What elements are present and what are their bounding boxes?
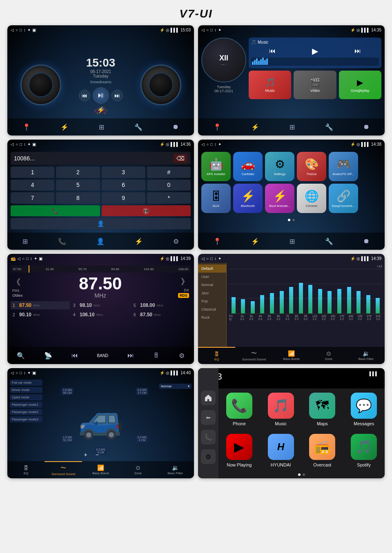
s8-home-icon[interactable] [201, 391, 216, 405]
app-music[interactable]: 🎵 Music [249, 71, 291, 99]
mode-passenger1[interactable]: Passenger mode1 [10, 402, 42, 408]
app-carmate[interactable]: 🚗 CarMate [233, 152, 263, 181]
app-easyconn[interactable]: 🔗 EasyConnecti... [329, 184, 358, 213]
eq-tab-surround[interactable]: 〜 Surround Sound [235, 347, 272, 364]
key-contact[interactable]: 👤 [11, 218, 191, 229]
s8-now-playing-app[interactable]: ▶ Now Playing [218, 430, 260, 471]
app-settings[interactable]: ⚙ Settings [265, 152, 294, 181]
s8-spotify-app[interactable]: 🎵 Spotify [343, 430, 385, 471]
app-boot-anim[interactable]: ⚡ Boot Animati... [265, 184, 294, 213]
preset-5[interactable]: 5 108.00 MHz [131, 301, 191, 309]
s2-nav-1[interactable]: 📍 [213, 123, 221, 131]
s8-messages-app[interactable]: 💬 Messages [343, 389, 385, 430]
minus-btn[interactable]: − [96, 451, 99, 458]
eq-tab-eq[interactable]: 🎛 EQ [198, 347, 235, 364]
mc-play[interactable]: ▶ [312, 46, 318, 56]
preset-2[interactable]: 2 90.10 MHz [11, 311, 70, 319]
mc-next[interactable]: ⏭ [354, 47, 361, 55]
s5-search[interactable]: 🔍 [17, 352, 25, 360]
s5-next[interactable]: ⏭ [127, 352, 134, 359]
skip-back-btn[interactable]: 《 [12, 277, 20, 288]
prev-track-btn[interactable]: ⏮ [79, 90, 90, 101]
s7-tab-zone[interactable]: ⊙ Zone [119, 461, 156, 478]
key-1[interactable]: 1 [11, 167, 54, 178]
s5-eq[interactable]: 🎚 [153, 352, 160, 359]
key-8[interactable]: 8 [56, 192, 100, 204]
s4-nav-4[interactable]: 🔧 [325, 238, 333, 245]
app-apk-installer[interactable]: 🤖 APK installer [201, 152, 231, 181]
plus-btn[interactable]: + [84, 451, 87, 458]
s4-nav-1[interactable]: 📍 [213, 238, 221, 245]
s3-nav-bt[interactable]: ⚡ [135, 238, 143, 245]
s3-nav-dialpad[interactable]: ⊞ [22, 238, 28, 245]
mode-passenger2[interactable]: Passenger mode2 [10, 409, 42, 415]
s4-nav-3[interactable]: ⊞ [290, 238, 295, 245]
preset-6[interactable]: 6 87.50 MHz [131, 311, 191, 319]
s4-nav-5[interactable]: ⏺ [363, 238, 370, 245]
app-bluetooth[interactable]: ⚡ Bluetooth [233, 184, 263, 213]
backspace-btn[interactable]: ⌫ [174, 154, 187, 163]
app-aux[interactable]: 🎛 AUX [201, 184, 231, 213]
eq-mode-normal[interactable]: Normal [198, 281, 226, 289]
app-chrome[interactable]: 🌐 Chrome [297, 184, 326, 213]
preset-4[interactable]: 4 106.10 MHz [71, 311, 130, 319]
s2-nav-5[interactable]: ⏺ [363, 123, 370, 131]
key-6[interactable]: 6 [102, 180, 145, 191]
s5-band-btn[interactable]: BAND [97, 353, 109, 358]
play-pause-btn[interactable]: ⏯ [93, 87, 109, 104]
normal-select-btn[interactable]: Normal ▾ [159, 384, 192, 389]
end-call-btn[interactable]: 📵 [102, 205, 191, 217]
eq-mode-user[interactable]: User [198, 273, 226, 281]
app-video[interactable]: 🎬 Video [294, 71, 336, 99]
app-theme[interactable]: 🎨 Theme [297, 152, 326, 181]
s7-tab-filter[interactable]: 🔉 Bass Filter [157, 461, 194, 478]
skip-fwd-btn[interactable]: 》 [181, 276, 189, 287]
s5-radio-icon[interactable]: 📡 [44, 352, 52, 360]
s4-nav-2[interactable]: ⚡ [251, 238, 259, 245]
s8-hyundai-app[interactable]: H HYUNDAI [260, 430, 302, 471]
eq-mode-rock[interactable]: Rock [198, 313, 226, 322]
s5-prev[interactable]: ⏮ [71, 352, 78, 359]
eq-mode-pop[interactable]: Pop [198, 297, 226, 305]
key-3[interactable]: 3 [102, 167, 145, 178]
s8-music-app[interactable]: 🎵 Music [260, 389, 302, 430]
key-5[interactable]: 5 [56, 180, 100, 191]
s7-tab-bass[interactable]: 📶 Bass Boost [82, 461, 119, 478]
key-2[interactable]: 2 [56, 167, 100, 178]
s8-back-icon[interactable]: ⬅ [201, 410, 216, 425]
s3-nav-settings[interactable]: ⚙ [173, 238, 179, 245]
s3-nav-call[interactable]: 📞 [58, 238, 66, 245]
nav-icon-4[interactable]: 🔧 [134, 123, 143, 131]
s8-overcast-app[interactable]: 📻 Overcast [302, 430, 343, 471]
app-androits[interactable]: 🎮 AndroiTS GP... [329, 152, 358, 181]
s8-settings-sidebar-icon[interactable]: ⚙ [201, 449, 216, 464]
mode-full-car[interactable]: Full car mode [10, 380, 42, 386]
eq-tab-bass-boost[interactable]: 📶 Bass Boost [273, 347, 310, 364]
s7-tab-surround[interactable]: 〜 Surround Sound [45, 461, 82, 478]
eq-tab-zone[interactable]: ⊙ Zone [310, 347, 347, 364]
key-hash[interactable]: # [147, 167, 191, 178]
key-4[interactable]: 4 [11, 180, 54, 191]
eq-mode-jazz[interactable]: Jazz [198, 289, 226, 297]
nav-icon-1[interactable]: 📍 [22, 123, 31, 131]
s8-phone-app[interactable]: 📞 Phone [218, 389, 260, 430]
s2-nav-3[interactable]: ⊞ [290, 123, 295, 131]
key-0[interactable]: 0 [147, 180, 191, 191]
key-star[interactable]: * [147, 192, 191, 204]
nav-icon-5[interactable]: ⏺ [172, 123, 179, 131]
nav-icon-2[interactable]: ⚡ [60, 123, 69, 131]
preset-3[interactable]: 3 98.10 MHz [71, 301, 130, 309]
mode-cpilot[interactable]: Cpilot mode [10, 394, 42, 400]
s2-nav-2[interactable]: ⚡ [251, 123, 259, 131]
eq-tab-bass-filter[interactable]: 🔉 Bass Filter [347, 347, 385, 364]
next-track-btn[interactable]: ⏭ [111, 90, 123, 101]
nav-icon-3[interactable]: ⊞ [99, 123, 104, 131]
eq-mode-default[interactable]: Default [198, 264, 226, 273]
mode-passenger3[interactable]: Passenger mode3 [10, 416, 42, 422]
key-7[interactable]: 7 [11, 192, 54, 204]
s5-settings[interactable]: ⚙ [179, 352, 185, 360]
mc-prev[interactable]: ⏮ [269, 47, 276, 55]
app-googleplay[interactable]: ▶ Googleplay [339, 71, 381, 99]
preset-1[interactable]: 1 87.50 MHz [11, 301, 70, 309]
key-9[interactable]: 9 [102, 192, 145, 204]
